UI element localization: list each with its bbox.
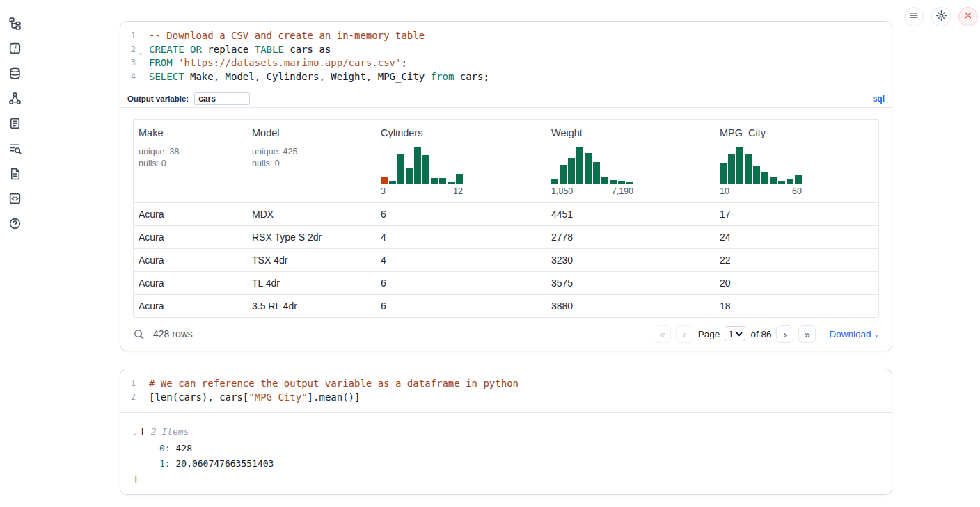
code-line: 2 [len(cars), cars["MPG_City"].mean()] xyxy=(120,391,892,405)
logs-icon[interactable] xyxy=(8,141,22,155)
function-icon[interactable]: f xyxy=(8,41,22,55)
python-comment: # We can reference the output variable a… xyxy=(149,378,519,389)
line-number: 1 xyxy=(120,377,136,391)
unique-stat: unique: 425 xyxy=(252,146,370,158)
python-code-editor[interactable]: 1 # We can reference the output variable… xyxy=(120,369,892,413)
code-line: 2⌄ CREATE OR replace TABLE cars as xyxy=(120,43,892,57)
column-header-mpg-city[interactable]: MPG_City 1060 xyxy=(715,120,878,202)
nulls-stat: nulls: 0 xyxy=(139,158,242,170)
table-row: AcuraMDX6445117 xyxy=(134,202,878,225)
dependency-graph-icon[interactable] xyxy=(8,91,22,105)
tree-item: 1: 20.060747663551403 xyxy=(133,456,892,472)
hamburger-menu-icon xyxy=(908,10,919,24)
table-row: AcuraTSX 4dr4323022 xyxy=(134,248,878,271)
hist-min: 3 xyxy=(381,186,386,196)
fold-chevron-icon[interactable]: ⌄ xyxy=(139,46,142,60)
gear-icon xyxy=(935,10,947,24)
nulls-stat: nulls: 0 xyxy=(252,158,370,170)
page-select[interactable]: 1 xyxy=(725,326,745,341)
pagination: « ‹ Page 1 of 86 › » Download ⌄ xyxy=(654,325,879,343)
tree-value: 428 xyxy=(175,443,191,453)
language-badge: sql xyxy=(873,94,885,104)
column-header-weight[interactable]: Weight 1,8507,190 xyxy=(546,120,715,202)
tree-root-line: ⌄[ 2 Items xyxy=(133,424,892,441)
line-number: 4 xyxy=(120,70,136,84)
table-row: AcuraTL 4dr6357520 xyxy=(134,271,878,294)
documentation-icon[interactable] xyxy=(8,166,22,180)
sql-comment: -- Download a CSV and create an in-memor… xyxy=(149,30,425,41)
weight-histogram xyxy=(551,147,633,184)
snippets-icon[interactable] xyxy=(8,191,22,205)
chevron-left-icon: ‹ xyxy=(683,329,686,339)
table-footer: 428 rows « ‹ Page 1 of 86 › » Download ⌄ xyxy=(133,318,879,350)
line-number: 1 xyxy=(120,29,136,43)
column-header-make[interactable]: Make unique: 38nulls: 0 xyxy=(134,120,247,202)
code-line: 1 # We can reference the output variable… xyxy=(120,377,892,391)
output-variable-label: Output variable: xyxy=(127,95,189,103)
helper-panel-sidebar: f xyxy=(8,16,22,230)
line-number: 3 xyxy=(120,56,136,70)
table-header-row: Make unique: 38nulls: 0 Model unique: 42… xyxy=(134,120,878,202)
download-button[interactable]: Download ⌄ xyxy=(829,329,879,339)
python-string: "MPG_City" xyxy=(248,392,307,403)
table-row: Acura3.5 RL 4dr6388018 xyxy=(134,294,878,317)
database-icon[interactable] xyxy=(8,66,22,80)
code-line: 3 FROM 'https://datasets.marimo.app/cars… xyxy=(120,56,892,70)
search-icon[interactable] xyxy=(133,328,145,340)
chevrons-right-icon: » xyxy=(805,329,810,339)
cylinders-histogram xyxy=(381,147,463,184)
chevron-down-icon: ⌄ xyxy=(874,331,879,338)
output-variable-input[interactable] xyxy=(194,92,250,105)
last-page-button[interactable]: » xyxy=(798,325,816,343)
chevron-right-icon: › xyxy=(783,329,787,339)
tree-output: ⌄[ 2 Items 0: 428 1: 20.060747663551403 … xyxy=(120,413,892,488)
result-table: Make unique: 38nulls: 0 Model unique: 42… xyxy=(133,119,879,318)
tree-key: 0: xyxy=(159,443,171,453)
hist-min: 10 xyxy=(720,186,729,196)
file-tree-icon[interactable] xyxy=(8,16,22,30)
items-count: 2 Items xyxy=(151,426,189,437)
table-row: AcuraRSX Type S 2dr4277824 xyxy=(134,225,878,248)
sql-string: 'https://datasets.marimo.app/cars.csv' xyxy=(178,57,401,68)
open-bracket: [ xyxy=(140,426,145,437)
scratchpad-icon[interactable] xyxy=(8,116,22,130)
column-header-cylinders[interactable]: Cylinders 312 xyxy=(376,120,546,202)
svg-text:f: f xyxy=(13,44,17,53)
tree-value: 20.060747663551403 xyxy=(175,458,274,469)
hist-max: 12 xyxy=(453,186,463,196)
close-bracket: ] xyxy=(133,472,892,488)
collapse-chevron-icon[interactable]: ⌄ xyxy=(133,428,137,436)
notebook-actions xyxy=(904,7,978,26)
python-cell: 1 # We can reference the output variable… xyxy=(120,369,892,495)
chevrons-left-icon: « xyxy=(659,329,665,339)
settings-button[interactable] xyxy=(931,7,951,26)
sql-code-editor[interactable]: 1 -- Download a CSV and create an in-mem… xyxy=(120,22,892,90)
menu-button[interactable] xyxy=(904,7,924,26)
hist-max: 60 xyxy=(792,186,802,196)
tree-item: 0: 428 xyxy=(133,441,892,457)
code-line: 1 -- Download a CSV and create an in-mem… xyxy=(120,29,892,43)
row-count-label: 428 rows xyxy=(153,328,193,339)
first-page-button[interactable]: « xyxy=(654,325,671,343)
line-number: 2 xyxy=(120,391,136,405)
page-label: Page xyxy=(698,329,720,339)
page-of-label: of 86 xyxy=(750,329,771,339)
unique-stat: unique: 38 xyxy=(139,146,242,158)
hist-min: 1,850 xyxy=(551,186,573,196)
tree-key: 1: xyxy=(159,458,171,469)
mpg-city-histogram xyxy=(720,147,802,184)
line-number: 2⌄ xyxy=(120,43,136,57)
hist-max: 7,190 xyxy=(612,186,633,196)
previous-page-button[interactable]: ‹ xyxy=(676,325,693,343)
code-line: 4 SELECT Make, Model, Cylinders, Weight,… xyxy=(120,70,892,84)
column-header-model[interactable]: Model unique: 425nulls: 0 xyxy=(247,120,376,202)
sql-cell: 1 -- Download a CSV and create an in-mem… xyxy=(120,21,892,351)
sql-cell-footer: Output variable: sql xyxy=(120,90,892,108)
shutdown-button[interactable] xyxy=(958,7,978,26)
help-icon[interactable] xyxy=(8,216,22,230)
next-page-button[interactable]: › xyxy=(776,325,793,343)
close-icon xyxy=(963,10,973,23)
